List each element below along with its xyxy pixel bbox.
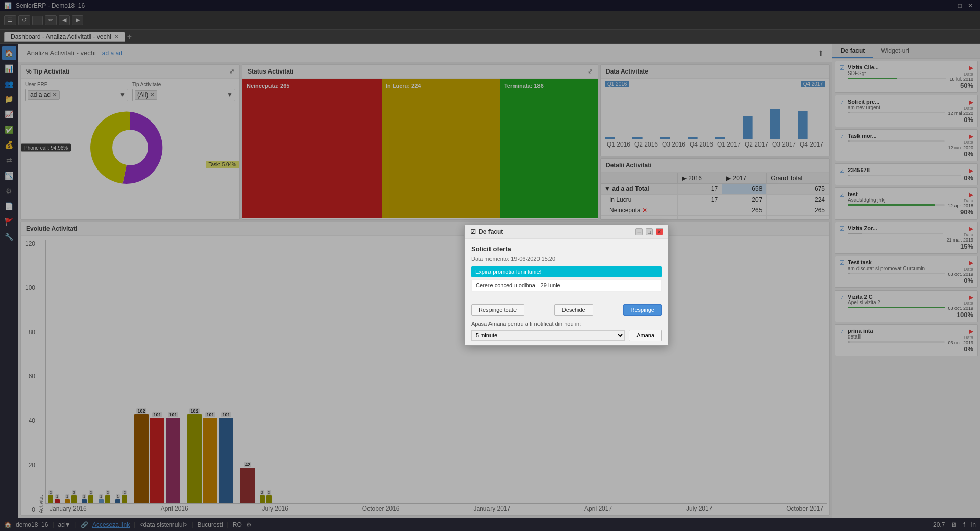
modal-controls: ─ □ ✕ xyxy=(635,228,663,235)
amana-time-select[interactable]: 5 minute xyxy=(471,330,625,341)
modal-title-text: De facut xyxy=(479,228,503,235)
amana-row: 5 minute Amana xyxy=(471,330,662,341)
deschide-btn[interactable]: Deschide xyxy=(554,304,593,316)
modal-title: ☑ De facut xyxy=(470,228,503,235)
modal-restore-btn[interactable]: □ xyxy=(646,228,653,235)
amana-label: Apasa Amana pentru a fi notificat din no… xyxy=(471,321,662,327)
modal-action-buttons: Respinge toate Deschide Respinge xyxy=(471,304,662,316)
de-facut-modal: ☑ De facut ─ □ ✕ Solicit oferta Data mem… xyxy=(464,225,669,346)
respinge-btn[interactable]: Respinge xyxy=(623,304,662,316)
modal-footer: Respinge toate Deschide Respinge Apasa A… xyxy=(465,300,668,345)
modal-section-title: Solicit oferta xyxy=(471,245,662,253)
modal-icon: ☑ xyxy=(470,228,476,235)
amana-btn[interactable]: Amana xyxy=(629,330,662,341)
modal-item-2[interactable]: Cerere concediu odihna - 29 Iunie xyxy=(471,279,662,292)
modal-body: Solicit oferta Data memento: 19-06-2020 … xyxy=(465,239,668,300)
modal-title-bar: ☑ De facut ─ □ ✕ xyxy=(465,225,668,239)
modal-memo: Data memento: 19-06-2020 15:20 xyxy=(471,256,662,262)
modal-minimize-btn[interactable]: ─ xyxy=(635,228,643,235)
modal-item-selected[interactable]: Expira promotia lunii Iunie! xyxy=(471,266,662,277)
modal-overlay: ☑ De facut ─ □ ✕ Solicit oferta Data mem… xyxy=(0,0,980,531)
respinge-toate-btn[interactable]: Respinge toate xyxy=(471,304,524,316)
modal-close-btn[interactable]: ✕ xyxy=(656,228,663,235)
